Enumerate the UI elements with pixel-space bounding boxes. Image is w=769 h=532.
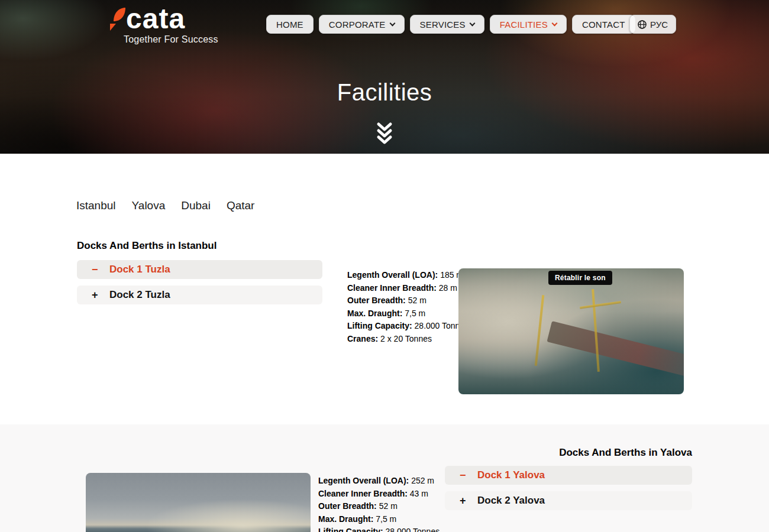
location-tabs: Istanbul Yalova Dubai Qatar (76, 199, 254, 212)
nav-item-contact[interactable]: CONTACT (572, 15, 635, 34)
tab-istanbul[interactable]: Istanbul (76, 199, 116, 212)
language-selector[interactable]: РУС (629, 15, 676, 34)
istanbul-dock-specs: Legenth Overall (LOA): 185 m Cleaner Inn… (347, 269, 468, 345)
spec-inner-breadth: Cleaner Inner Breadth: 28 m (347, 282, 468, 295)
dock-shape (547, 321, 684, 379)
collapse-icon: − (92, 264, 100, 275)
accordion-dock1-tuzla[interactable]: − Dock 1 Tuzla (77, 260, 322, 279)
nav-item-facilities[interactable]: FACILITIES (490, 15, 567, 34)
nav-item-label: CONTACT (582, 20, 625, 30)
istanbul-dock-video[interactable]: Rétablir le son (458, 268, 684, 394)
page-title: Facilities (0, 79, 769, 106)
spec-outer-breadth: Outer Breadth: 52 m (347, 294, 468, 307)
expand-icon: + (92, 290, 100, 300)
yalova-accordion: − Dock 1 Yalova + Dock 2 Yalova (445, 466, 692, 517)
accordion-dock2-yalova[interactable]: + Dock 2 Yalova (445, 491, 692, 510)
scroll-down-icon[interactable] (375, 122, 394, 147)
spec-lifting-capacity: Lifting Capacity: 28.000 Tonnes (318, 525, 440, 532)
brand-logo[interactable]: cata Together For Success (108, 2, 218, 45)
main-nav: HOME CORPORATE SERVICES FACILITIES CONTA… (266, 15, 635, 34)
spec-outer-breadth: Outer Breadth: 52 m (318, 500, 440, 513)
brand-tagline: Together For Success (124, 34, 218, 45)
spec-max-draught: Max. Draught: 7,5 m (347, 307, 468, 320)
globe-icon (638, 20, 647, 29)
crane-shape (535, 295, 545, 366)
brand-name: cata (126, 2, 185, 35)
istanbul-section-heading: Docks And Berths in Istanbul (77, 240, 217, 252)
spec-loa: Legenth Overall (LOA): 252 m (318, 475, 440, 488)
nav-item-label: HOME (276, 20, 303, 30)
nav-item-label: FACILITIES (500, 20, 548, 30)
nav-item-corporate[interactable]: CORPORATE (319, 15, 405, 34)
crane-shape (592, 289, 600, 372)
collapse-icon: − (460, 470, 468, 481)
language-label: РУС (650, 20, 668, 30)
chevron-down-icon (389, 20, 395, 26)
chevron-down-icon (551, 20, 557, 26)
chevron-down-icon (469, 20, 475, 26)
hero-banner: cata Together For Success HOME CORPORATE… (0, 0, 769, 154)
accordion-label: Dock 2 Yalova (477, 495, 545, 507)
yalova-dock-video[interactable] (86, 473, 311, 532)
nav-item-label: SERVICES (420, 20, 466, 30)
spec-lifting-capacity: Lifting Capacity: 28.000 Tonnes (347, 320, 468, 333)
tab-qatar[interactable]: Qatar (227, 199, 255, 212)
spec-cranes: Cranes: 2 x 20 Tonnes (347, 333, 468, 346)
nav-item-label: CORPORATE (329, 20, 386, 30)
tab-yalova[interactable]: Yalova (132, 199, 166, 212)
nav-item-home[interactable]: HOME (266, 15, 314, 34)
yalova-section-heading: Docks And Berths in Yalova (559, 447, 692, 459)
expand-icon: + (460, 495, 468, 506)
accordion-label: Dock 1 Yalova (477, 469, 545, 481)
yalova-dock-specs: Legenth Overall (LOA): 252 m Cleaner Inn… (318, 475, 440, 532)
accordion-dock2-tuzla[interactable]: + Dock 2 Tuzla (77, 286, 322, 304)
accordion-label: Dock 2 Tuzla (109, 289, 170, 301)
accordion-dock1-yalova[interactable]: − Dock 1 Yalova (445, 466, 692, 485)
unmute-button[interactable]: Rétablir le son (548, 271, 612, 285)
tab-dubai[interactable]: Dubai (181, 199, 211, 212)
spec-inner-breadth: Cleaner Inner Breadth: 43 m (318, 488, 440, 501)
nav-item-services[interactable]: SERVICES (410, 15, 484, 34)
crane-shape (580, 301, 621, 309)
accordion-label: Dock 1 Tuzla (109, 264, 170, 275)
istanbul-accordion: − Dock 1 Tuzla + Dock 2 Tuzla (77, 260, 322, 311)
brand-logo-icon (108, 6, 126, 33)
spec-max-draught: Max. Draught: 7,5 m (318, 513, 440, 526)
spec-loa: Legenth Overall (LOA): 185 m (347, 269, 468, 282)
facilities-page: cata Together For Success HOME CORPORATE… (0, 0, 769, 532)
